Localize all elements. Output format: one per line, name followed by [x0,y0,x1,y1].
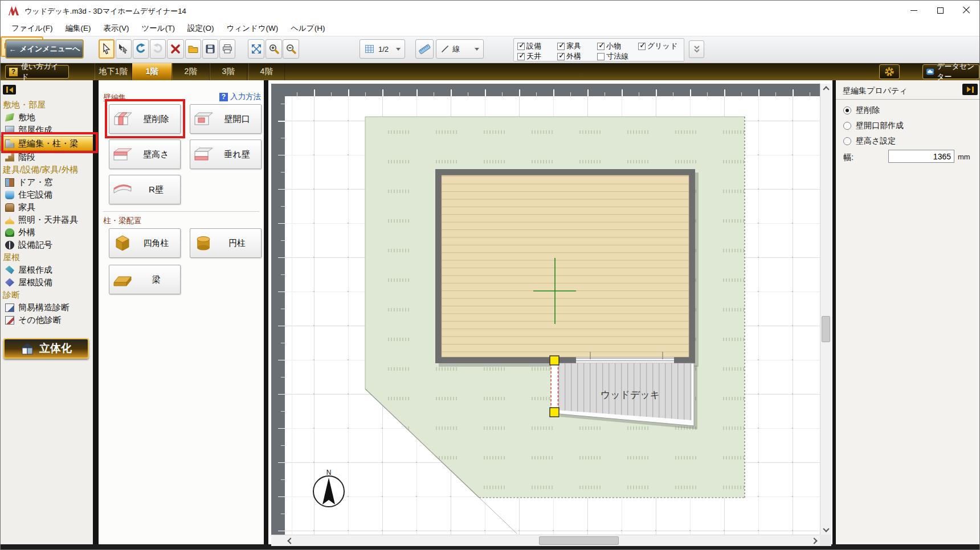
square-column-button[interactable]: 四角柱 [109,228,181,258]
close-button[interactable] [953,1,979,20]
sidebar-item-other-check[interactable]: その他診断 [1,314,93,326]
scroll-left-button[interactable] [285,535,296,547]
select-tool-button[interactable] [99,39,115,59]
radio-icon[interactable] [843,137,851,145]
minimize-icon [910,10,917,11]
furniture-icon [5,203,14,212]
data-center-button[interactable]: データセンター [922,64,979,79]
sidebar-item-door-window[interactable]: ドア・窓 [1,176,93,188]
main-menu-button[interactable]: ← メインメニューへ [5,39,84,59]
sidebar-item-site[interactable]: 敷地 [1,111,93,124]
ceiling-lamp-icon [5,216,14,224]
radio-wall-height-set[interactable]: 壁高さ設定 [843,136,896,146]
solar-panel-icon [5,278,14,287]
make-3d-button[interactable]: 立体化 [3,338,89,359]
menu-help[interactable]: ヘルプ(H) [284,21,331,36]
maximize-button[interactable] [927,1,953,20]
width-label: 幅: [843,153,854,163]
zoom-out-button[interactable] [283,39,299,59]
toggle-furniture[interactable]: ✓家具 [557,41,581,51]
zoom-out-icon [285,43,297,55]
usage-guide-button[interactable]: ? 使い方ガイド [5,65,69,79]
wall-opening-icon [190,110,217,128]
radio-icon[interactable] [843,106,851,114]
sidebar-item-exterior[interactable]: 外構 [1,226,93,239]
line-type-dropdown[interactable]: 線 [436,39,484,59]
panel-collapse-button[interactable] [962,84,978,95]
checkbox[interactable]: ✓ [638,43,646,50]
measure-button[interactable] [415,39,434,59]
bathtub-icon [5,191,14,199]
toggle-accessories[interactable]: ✓小物 [597,41,621,51]
toggle-exterior[interactable]: ✓外構 [557,51,581,61]
toggle-ceiling[interactable]: ✓天井 [517,51,541,61]
wall-height-button[interactable]: 壁高さ [109,139,181,169]
checkbox[interactable]: ✓ [517,53,525,60]
toggle-dimension-lines[interactable]: 寸法線 [597,51,628,61]
print-button[interactable] [219,39,235,59]
toolbar-overflow-button[interactable] [689,40,704,58]
redo-button[interactable] [150,39,166,59]
sidebar-item-roof-create[interactable]: 屋根作成 [1,264,93,276]
tab-4f[interactable]: 4階 [248,63,285,80]
vertical-scroll-thumb[interactable] [822,316,830,342]
menu-view[interactable]: 表示(V) [97,21,136,36]
menu-edit[interactable]: 編集(E) [59,21,97,36]
input-method-help-link[interactable]: ? 入力方法 [219,92,261,102]
undo-button[interactable] [133,39,149,59]
toggle-equipment[interactable]: ✓設備 [517,41,541,51]
width-input[interactable] [888,150,954,163]
checkbox[interactable]: ✓ [517,43,525,50]
hanging-wall-button[interactable]: 垂れ壁 [190,139,262,169]
menu-file[interactable]: ファイル(F) [5,21,59,36]
separator [836,99,980,100]
scroll-down-button[interactable] [820,523,832,535]
selection-handle-bottom[interactable] [550,408,559,417]
grid-scale-dropdown[interactable]: 1/2 [360,39,405,59]
settings-gear-button[interactable] [879,64,900,79]
menu-tools[interactable]: ツール(T) [136,21,181,36]
save-button[interactable] [202,39,218,59]
round-column-button[interactable]: 円柱 [190,228,262,258]
tab-2f[interactable]: 2階 [172,63,210,80]
open-file-button[interactable] [185,39,201,59]
sidebar-collapse-button[interactable] [3,85,16,95]
scroll-right-button[interactable] [808,535,820,547]
sidebar-item-roof-equipment[interactable]: 屋根設備 [1,276,93,289]
delete-button[interactable] [167,39,184,59]
horizontal-scrollbar[interactable] [271,535,820,546]
radio-icon[interactable] [843,122,851,130]
vertical-scrollbar[interactable] [820,84,831,535]
toggle-grid[interactable]: ✓グリッド [638,41,677,51]
tab-basement-1f[interactable]: 地下1階 [95,63,132,80]
multi-select-tool-button[interactable] [116,39,132,59]
room-floor[interactable] [442,175,689,357]
plan-drawing-area[interactable]: ウッドデッキ N [285,96,820,535]
checkbox[interactable]: ✓ [557,53,565,60]
fit-view-button[interactable] [248,39,264,59]
minimize-button[interactable] [901,1,927,20]
wall-opening-button[interactable]: 壁開口 [190,104,262,134]
tab-3f[interactable]: 3階 [210,63,247,80]
curved-wall-button[interactable]: R壁 [109,175,181,204]
sidebar-item-furniture[interactable]: 家具 [1,201,93,214]
beam-button[interactable]: 梁 [109,265,181,294]
zoom-in-button[interactable] [266,39,282,59]
radio-wall-opening-create[interactable]: 壁開口部作成 [843,121,904,131]
scroll-up-button[interactable] [820,84,832,95]
menu-window[interactable]: ウィンドウ(W) [220,21,284,36]
checkbox[interactable]: ✓ [597,43,605,50]
sidebar-item-house-equipment[interactable]: 住宅設備 [1,188,93,201]
annotation-box-sidebar-wall-edit [1,132,98,153]
checkbox[interactable]: ✓ [557,43,565,50]
radio-wall-delete[interactable]: 壁削除 [843,105,880,116]
horizontal-scroll-thumb[interactable] [539,536,619,545]
tab-1f[interactable]: 1階 [132,63,172,80]
sidebar-item-lighting[interactable]: 照明・天井器具 [1,214,93,226]
sidebar-item-equipment-symbols[interactable]: 設備記号 [1,239,93,251]
checkbox[interactable] [597,53,605,60]
menu-settings[interactable]: 設定(O) [181,21,220,36]
selected-wall-segment[interactable] [551,363,558,409]
sidebar-item-structure-check[interactable]: 簡易構造診断 [1,301,93,314]
selection-handle-top[interactable] [550,356,559,365]
